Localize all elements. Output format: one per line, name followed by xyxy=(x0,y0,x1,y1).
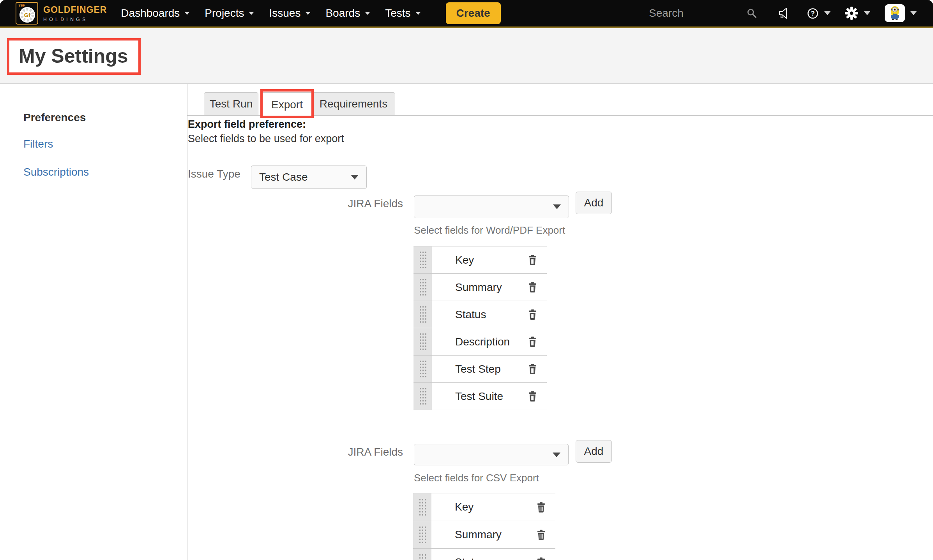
help-menu[interactable]: ? xyxy=(807,7,831,19)
sidebar-link[interactable]: Subscriptions xyxy=(23,166,89,178)
jira-fields-label-wordpdf: JIRA Fields xyxy=(304,197,403,210)
delete-field-button[interactable] xyxy=(528,309,537,320)
search-input[interactable] xyxy=(649,7,746,19)
field-row: Status xyxy=(413,301,547,328)
trash-icon xyxy=(528,309,537,320)
chevron-down-icon xyxy=(910,11,917,15)
sidebar-divider xyxy=(187,84,187,560)
field-name: Test Step xyxy=(455,363,528,375)
minion-avatar-image xyxy=(885,4,905,22)
nav-menu-item[interactable]: Tests xyxy=(385,7,421,19)
chevron-down-icon xyxy=(553,453,560,457)
grip-dots-icon xyxy=(419,526,426,544)
delete-field-button[interactable] xyxy=(528,255,537,265)
logo-monogram: Gf xyxy=(24,12,31,18)
nav-menu-item[interactable]: Dashboards xyxy=(121,7,190,19)
delete-field-button[interactable] xyxy=(536,557,546,560)
drag-handle[interactable] xyxy=(413,247,432,273)
nav-menu-item[interactable]: Projects xyxy=(205,7,254,19)
gear-icon xyxy=(845,6,859,20)
chevron-down-icon xyxy=(553,204,561,209)
chevron-down-icon xyxy=(351,175,359,180)
drag-handle[interactable] xyxy=(413,301,432,328)
chevron-down-icon xyxy=(415,12,421,15)
chevron-down-icon xyxy=(824,11,831,15)
field-row: Test Suite xyxy=(413,383,547,410)
megaphone-icon[interactable] xyxy=(778,7,791,20)
field-name: Description xyxy=(455,336,528,348)
grip-dots-icon xyxy=(419,498,426,516)
browser-viewport: 79F Gf GOLDFINGER HOLDINGS Dashboards Pr… xyxy=(0,0,933,560)
sidebar-links: Filters Subscriptions xyxy=(23,138,89,194)
helper-text-csv: Select fields for CSV Export xyxy=(414,472,539,484)
top-navbar: 79F Gf GOLDFINGER HOLDINGS Dashboards Pr… xyxy=(0,0,933,28)
jira-fields-label-csv: JIRA Fields xyxy=(304,446,403,458)
delete-field-button[interactable] xyxy=(528,391,537,402)
nav-menu-item-label: Dashboards xyxy=(121,7,180,19)
page-title-annotation-box: My Settings xyxy=(7,38,141,75)
field-name: Key xyxy=(455,501,536,513)
search-icon[interactable] xyxy=(746,8,757,19)
helper-text-wordpdf: Select fields for Word/PDF Export xyxy=(414,224,565,236)
issue-type-select[interactable]: Test Case xyxy=(251,166,367,189)
tab-test-run[interactable]: Test Run xyxy=(204,92,258,115)
nav-menu-item-label: Issues xyxy=(269,7,300,19)
brand-name: GOLDFINGER xyxy=(43,5,107,15)
field-row: Summary xyxy=(413,274,547,301)
grip-dots-icon xyxy=(419,333,427,351)
tab-export-label: Export xyxy=(271,99,303,111)
delete-field-button[interactable] xyxy=(536,530,546,540)
user-avatar[interactable] xyxy=(885,4,905,22)
jira-fields-select-wordpdf[interactable] xyxy=(414,195,569,218)
brand-subname: HOLDINGS xyxy=(43,17,107,22)
logo-rosette-icon: Gf xyxy=(19,6,36,23)
drag-handle[interactable] xyxy=(413,521,431,548)
drag-handle[interactable] xyxy=(413,356,432,382)
sidebar-heading: Preferences xyxy=(23,111,86,124)
jira-fields-select-csv[interactable] xyxy=(414,444,569,465)
trash-icon xyxy=(536,557,546,560)
chevron-down-icon xyxy=(365,12,370,15)
delete-field-button[interactable] xyxy=(528,336,537,347)
drag-handle[interactable] xyxy=(413,493,431,521)
nav-menu-item-label: Projects xyxy=(205,7,244,19)
trash-icon xyxy=(536,530,546,540)
field-name: Status xyxy=(455,556,536,560)
field-name: Status xyxy=(455,308,528,321)
field-row: Test Step xyxy=(413,356,547,383)
trash-icon xyxy=(528,255,537,265)
tab-export[interactable]: Export xyxy=(260,92,314,116)
drag-handle[interactable] xyxy=(413,274,432,301)
delete-field-button[interactable] xyxy=(528,364,537,374)
field-row: Status xyxy=(413,549,555,560)
main-menu: Dashboards Projects Issues Boards xyxy=(121,7,435,19)
user-menu[interactable] xyxy=(885,4,917,22)
nav-menu-item[interactable]: Issues xyxy=(269,7,311,19)
page-title: My Settings xyxy=(19,45,128,67)
field-row: Key xyxy=(413,247,547,274)
tab-requirements[interactable]: Requirements xyxy=(312,92,395,115)
drag-handle[interactable] xyxy=(413,328,432,355)
issue-type-selected-value: Test Case xyxy=(259,171,351,183)
nav-menu-item-label: Tests xyxy=(385,7,410,19)
delete-field-button[interactable] xyxy=(536,502,546,512)
drag-handle[interactable] xyxy=(413,549,431,560)
nav-menu-item-label: Boards xyxy=(325,7,360,19)
brand-logo[interactable]: 79F Gf xyxy=(16,2,38,25)
field-row: Summary xyxy=(413,521,555,549)
field-list-wordpdf: Key xyxy=(413,246,547,410)
grip-dots-icon xyxy=(419,278,427,296)
nav-menu-item[interactable]: Boards xyxy=(325,7,370,19)
create-button[interactable]: Create xyxy=(446,2,501,24)
delete-field-button[interactable] xyxy=(528,282,537,292)
issue-type-label: Issue Type xyxy=(188,168,240,180)
svg-text:?: ? xyxy=(811,10,815,17)
add-button-wordpdf[interactable]: Add xyxy=(576,192,612,214)
export-section-subheading: Select fields to be used for export xyxy=(188,133,344,145)
drag-handle[interactable] xyxy=(413,383,432,410)
sidebar-link[interactable]: Filters xyxy=(23,138,89,150)
settings-menu[interactable] xyxy=(845,6,870,20)
field-name: Summary xyxy=(455,281,528,294)
field-name: Test Suite xyxy=(455,390,528,403)
add-button-csv[interactable]: Add xyxy=(576,440,612,463)
